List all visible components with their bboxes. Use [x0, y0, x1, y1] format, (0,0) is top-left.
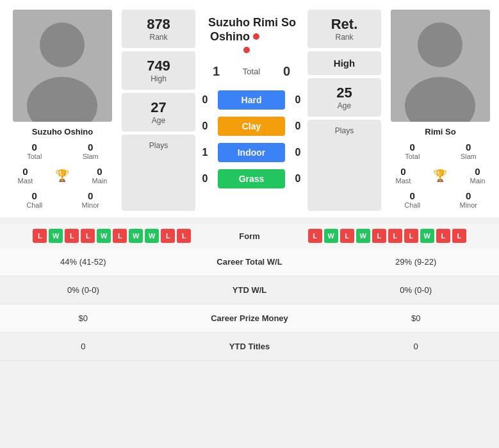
left-slam-value: 0 — [88, 142, 93, 153]
indoor-left-score: 1 — [199, 147, 211, 158]
right-slam-value: 0 — [466, 142, 471, 153]
left-plays-box: Plays — [122, 135, 195, 211]
grass-left-score: 0 — [199, 173, 211, 185]
left-total-value: 0 — [32, 142, 37, 153]
left-trophy-row: 0 Mast 🏆 0 Main — [6, 162, 119, 188]
right-slam-label: Slam — [461, 153, 477, 160]
stats-row-1: 0% (0-0) YTD W/L 0% (0-0) — [0, 276, 499, 304]
right-main-value: 0 — [475, 166, 480, 177]
form-badge-l: L — [404, 229, 418, 243]
left-slam-label: Slam — [83, 153, 99, 160]
grass-button[interactable]: Grass — [218, 169, 285, 188]
top-section: Suzuho Oshino 0 Total 0 Slam 0 Mast 🏆 0 … — [0, 0, 499, 217]
form-badge-w: W — [356, 229, 370, 243]
right-dot — [253, 33, 259, 40]
left-chall-value: 0 — [32, 190, 37, 201]
right-trophy-row: 0 Mast 🏆 0 Main — [384, 162, 496, 188]
left-high-value: 749 — [147, 58, 170, 74]
stats-table: 44% (41-52) Career Total W/L 29% (9-22) … — [0, 248, 499, 361]
right-total-value: 0 — [410, 142, 415, 153]
left-total-label: Total — [27, 153, 42, 160]
stats-row-0: 44% (41-52) Career Total W/L 29% (9-22) — [0, 248, 499, 276]
left-chall-cell: 0 Chall — [6, 188, 63, 211]
form-badge-l: L — [81, 229, 95, 243]
right-mast-label: Mast — [396, 177, 411, 185]
form-badge-w: W — [49, 229, 63, 243]
surface-hard-row: 0 Hard 0 — [199, 88, 304, 112]
left-minor-value: 0 — [88, 190, 93, 201]
right-chall-cell: 0 Chall — [384, 188, 441, 211]
left-rank-label: Rank — [149, 33, 167, 42]
left-player-name: Suzuho Oshino — [32, 127, 93, 137]
form-badge-l: L — [372, 229, 386, 243]
clay-left-score: 0 — [199, 120, 211, 132]
right-player-name-center: Rimi So — [253, 16, 304, 30]
form-badge-w: W — [420, 229, 434, 243]
clay-button[interactable]: Clay — [218, 117, 285, 136]
right-mast-value: 0 — [400, 166, 405, 177]
left-total-score: 1 — [210, 64, 223, 79]
center-column: Suzuho Oshino Rimi So 1 Total 0 0 Hard 0 — [199, 10, 304, 211]
right-total-cell: 0 Total — [384, 140, 441, 162]
left-high-label: High — [151, 74, 167, 83]
right-main-label: Main — [470, 177, 486, 185]
form-badge-l: L — [33, 229, 47, 243]
stats-label-0: Career Total W/L — [167, 248, 333, 276]
left-form-badges: LWLLWLWWLL — [6, 229, 218, 243]
svg-point-1 — [40, 22, 85, 67]
svg-point-4 — [418, 22, 462, 67]
stats-right-0: 29% (9-22) — [332, 248, 499, 276]
left-minor-label: Minor — [81, 201, 99, 209]
right-total-label: Total — [405, 153, 420, 160]
right-mast-cell: 0 Mast — [396, 164, 411, 187]
right-age-label: Age — [338, 101, 351, 110]
form-badge-l: L — [161, 229, 175, 243]
right-high-box: High — [307, 51, 381, 75]
right-rank-value: Ret. — [331, 16, 358, 33]
right-rank-label: Rank — [335, 33, 353, 42]
right-minor-label: Minor — [459, 201, 477, 209]
left-main-value: 0 — [97, 166, 102, 177]
right-plays-label: Plays — [335, 126, 354, 135]
left-middle-stats: 878 Rank 749 High 27 Age Plays — [122, 10, 195, 211]
left-age-label: Age — [152, 116, 165, 125]
left-chall-label: Chall — [26, 201, 42, 209]
indoor-right-score: 0 — [291, 147, 304, 158]
right-middle-stats: Ret. Rank High 25 Age Plays — [307, 10, 381, 211]
right-player-card: Rimi So 0 Total 0 Slam 0 Mast 🏆 0 Main — [384, 10, 496, 211]
stats-label-3: YTD Titles — [167, 333, 333, 360]
clay-right-score: 0 — [291, 120, 304, 132]
stats-row-2: $0 Career Prize Money $0 — [0, 304, 499, 333]
grass-right-score: 0 — [291, 173, 304, 185]
left-age-value: 27 — [151, 99, 166, 116]
right-minor-value: 0 — [466, 190, 471, 201]
right-bottom-stats: 0 Chall 0 Minor — [384, 188, 496, 211]
left-main-label: Main — [92, 177, 108, 185]
form-badge-l: L — [113, 229, 127, 243]
left-bottom-stats: 0 Chall 0 Minor — [6, 188, 119, 211]
right-minor-cell: 0 Minor — [441, 188, 497, 211]
left-plays-label: Plays — [149, 141, 168, 150]
left-player-avatar — [13, 10, 112, 122]
surface-indoor-row: 1 Indoor 0 — [199, 141, 304, 164]
surface-clay-row: 0 Clay 0 — [199, 115, 304, 138]
right-player-name: Rimi So — [425, 127, 455, 137]
stats-right-2: $0 — [332, 304, 499, 332]
form-badge-l: L — [436, 229, 450, 243]
total-label: Total — [233, 67, 271, 76]
indoor-button[interactable]: Indoor — [218, 143, 285, 162]
right-form-badges: LWLWLLLWLL — [282, 229, 493, 243]
hard-left-score: 0 — [199, 94, 211, 106]
form-badge-l: L — [340, 229, 354, 243]
stats-right-1: 0% (0-0) — [332, 276, 499, 304]
form-badge-w: W — [97, 229, 111, 243]
total-row: 1 Total 0 — [199, 61, 304, 85]
left-mast-cell: 0 Mast — [18, 164, 33, 187]
right-total-score: 0 — [281, 64, 293, 79]
hard-button[interactable]: Hard — [218, 90, 285, 110]
left-age-box: 27 Age — [122, 93, 195, 131]
left-mast-value: 0 — [22, 166, 28, 177]
left-total-cell: 0 Total — [6, 140, 63, 162]
stats-left-0: 44% (41-52) — [0, 248, 167, 276]
left-rank-box: 878 Rank — [122, 10, 195, 48]
